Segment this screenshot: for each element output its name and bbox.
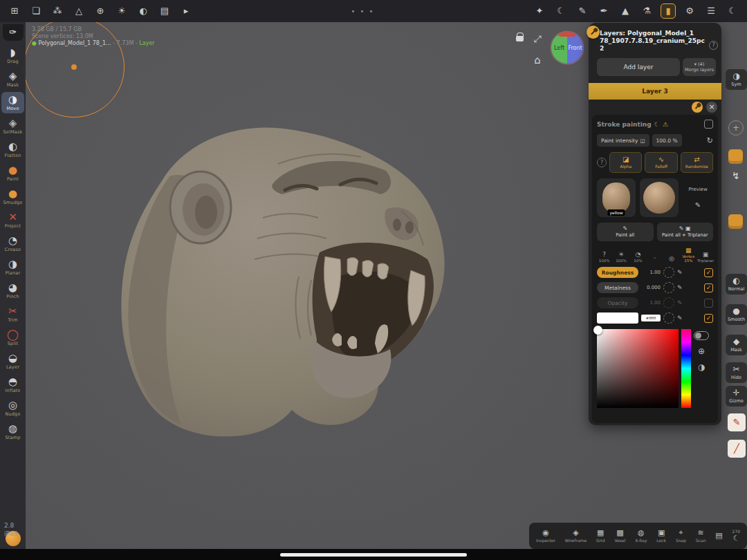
normal-button[interactable]: ◐ Normal: [726, 274, 747, 295]
home-view-icon[interactable]: ⌂: [532, 54, 543, 66]
lighting-icon[interactable]: ☀: [114, 3, 129, 19]
toggle-droplet[interactable]: ◦: [647, 255, 662, 263]
toggle-triplanar[interactable]: ▣Triplanar: [698, 251, 713, 263]
tool-flatten[interactable]: ◐Flatten: [1, 139, 24, 160]
menu-dots[interactable]: • • •: [194, 8, 532, 15]
roughness-button[interactable]: Roughness: [597, 267, 638, 278]
material-sphere-preview[interactable]: [640, 178, 679, 217]
snap-button[interactable]: ⌖Snap: [676, 529, 686, 543]
tool-paint[interactable]: ●Paint: [1, 162, 24, 184]
tab-randomize[interactable]: ⇄ Randomize: [681, 152, 713, 173]
color-edit-icon[interactable]: ✎: [677, 315, 683, 321]
theme-icon[interactable]: ☾: [725, 3, 740, 19]
roughness-value[interactable]: 1.00: [641, 270, 661, 275]
grid-button[interactable]: ▦Grid: [596, 529, 605, 543]
annotate-line-button[interactable]: ╱: [728, 440, 746, 458]
opacity-texture-slot[interactable]: [663, 297, 674, 308]
color-hex-value[interactable]: #ffffff: [641, 315, 661, 321]
smooth-button[interactable]: ● Smooth: [726, 304, 747, 325]
camera-lock-icon[interactable]: [516, 36, 524, 41]
tool-planar[interactable]: ◑Planar: [1, 256, 24, 278]
files-icon[interactable]: ❏: [28, 3, 44, 19]
home-indicator[interactable]: [280, 553, 467, 557]
sculpt-model-chimp-head[interactable]: [104, 121, 456, 446]
pen-pressure-icon[interactable]: ✑: [3, 24, 24, 41]
paint-all-button[interactable]: ✎ Paint all: [597, 223, 654, 241]
tab-falloff[interactable]: ∿ Falloff: [645, 152, 677, 173]
material-swatch-yellow[interactable]: yellow: [597, 178, 636, 217]
opacity-edit-icon[interactable]: ✎: [677, 299, 683, 306]
toggle-opacity-10[interactable]: ◔10%: [631, 251, 645, 263]
accent-swatch-top[interactable]: [728, 149, 743, 164]
merge-layers-button[interactable]: ▾ (4) Merge layers: [683, 58, 716, 76]
layer-item-active[interactable]: Layer 3: [589, 83, 721, 100]
angle-indicator[interactable]: 270☾: [732, 529, 740, 543]
accent-swatch-bottom[interactable]: [728, 214, 743, 229]
environment-icon[interactable]: ⊕: [93, 3, 108, 19]
xray-button[interactable]: ◍X-Ray: [635, 529, 647, 543]
toggle-luminosity[interactable]: ☀100%: [614, 251, 628, 263]
tool-stamp[interactable]: ◍Stamp: [1, 421, 24, 442]
intensity-reset-icon[interactable]: ↻: [707, 136, 713, 145]
paint-intensity-control[interactable]: Paint intensity ◫: [597, 134, 649, 147]
color-contrast-icon[interactable]: ◑: [698, 362, 705, 372]
color-target-icon[interactable]: ⊕: [698, 346, 705, 356]
preview-edit-icon[interactable]: ✎: [695, 201, 701, 209]
tool-layer[interactable]: ◒Layer: [1, 351, 24, 372]
hide-button[interactable]: ✂ Hide: [726, 362, 747, 383]
hue-slider[interactable]: [681, 329, 691, 408]
add-view-button[interactable]: +: [728, 120, 744, 136]
metalness-button[interactable]: Metalness: [597, 282, 638, 293]
picker-mode-toggle[interactable]: [694, 331, 709, 340]
tool-nudge[interactable]: ◎Nudge: [1, 398, 24, 419]
tool-inflate[interactable]: ◓Inflate: [1, 374, 24, 395]
flask-icon[interactable]: ⚗: [639, 3, 654, 19]
metalness-checkbox[interactable]: ✓: [704, 283, 713, 292]
sliders-icon[interactable]: ☰: [703, 3, 719, 19]
metalness-texture-slot[interactable]: [663, 282, 674, 293]
material-icon[interactable]: ▮: [661, 3, 676, 19]
notes-button[interactable]: ▤: [715, 532, 722, 541]
tool-crease[interactable]: ◔Crease: [1, 233, 24, 254]
cube-top-face[interactable]: [557, 32, 578, 37]
toggle-help-intensity[interactable]: ?100%: [597, 251, 611, 263]
tool-smudge[interactable]: ●Smudge: [1, 186, 24, 207]
roughness-texture-slot[interactable]: [663, 267, 674, 278]
tool-pinch[interactable]: ◕Pinch: [1, 280, 24, 301]
symmetry-button[interactable]: ◑ Sym: [726, 69, 747, 90]
tool-project[interactable]: ✕Project: [1, 209, 24, 231]
paint-intensity-value[interactable]: 100.0 %: [652, 134, 682, 147]
tool-drag[interactable]: ◗Drag: [1, 45, 24, 66]
tool-move[interactable]: ◑Move: [1, 92, 24, 113]
roughness-edit-icon[interactable]: ✎: [677, 269, 683, 276]
scan-button[interactable]: ≋Scan: [696, 529, 706, 543]
color-texture-slot[interactable]: [663, 312, 674, 324]
toggle-vertex[interactable]: ▦Vertex 15%: [681, 247, 696, 263]
annotate-pencil-button[interactable]: ✎: [728, 413, 746, 431]
tool-mask[interactable]: ◈Mask: [1, 68, 24, 90]
opacity-checkbox[interactable]: [704, 299, 713, 308]
tab-alpha[interactable]: ◪ Alpha: [609, 152, 642, 173]
scene-graph-icon[interactable]: ⁂: [50, 3, 65, 19]
add-layer-button[interactable]: Add layer: [597, 58, 680, 76]
color-swatch[interactable]: [597, 312, 638, 324]
color-checkbox[interactable]: ✓: [704, 314, 713, 323]
camera-icon[interactable]: ▸: [178, 3, 194, 19]
orientation-cube[interactable]: Left Front: [551, 32, 583, 64]
toggle-bulb[interactable]: ◎: [664, 255, 679, 263]
stroke-painting-checkbox[interactable]: [704, 120, 713, 129]
layer-close-button[interactable]: ×: [706, 102, 717, 113]
lightning-icon[interactable]: ↯: [732, 170, 740, 181]
opacity-value[interactable]: 1.00: [641, 300, 661, 306]
paint-all-triplanar-button[interactable]: ✎ ▣ Paint all + Triplanar: [657, 223, 714, 241]
settings-icon[interactable]: ⚙: [682, 3, 697, 19]
fullscreen-icon[interactable]: ⤢: [532, 33, 543, 45]
knife-icon[interactable]: ✒: [596, 3, 611, 19]
paint-mode-icon[interactable]: ☾: [553, 3, 569, 19]
layer-pin-button[interactable]: [692, 102, 703, 113]
pencil-icon[interactable]: ✎: [575, 3, 590, 19]
postprocess-icon[interactable]: ◐: [136, 3, 151, 19]
primitives-icon[interactable]: △: [71, 3, 86, 19]
lock-button[interactable]: ▣Lock: [656, 529, 666, 543]
stroke-help-icon[interactable]: ?: [597, 158, 607, 167]
